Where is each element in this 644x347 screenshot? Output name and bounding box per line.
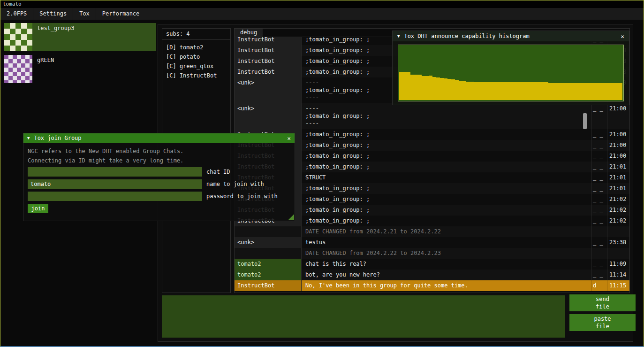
- subs-member-list: [D] tomato2[C] potato[C] green_qtox[C] I…: [162, 40, 230, 83]
- message-row[interactable]: tomato2bot, are you new here?_ _11:14: [235, 270, 629, 280]
- histogram-bar: [474, 82, 477, 100]
- message-text: chat is this real?: [302, 259, 591, 270]
- collapse-arrow-icon[interactable]: ▼: [397, 34, 400, 39]
- subs-member[interactable]: [C] InstructBot: [166, 71, 227, 80]
- join-name-field[interactable]: [28, 179, 202, 189]
- message-text: testus: [302, 237, 591, 248]
- join-button[interactable]: join: [28, 204, 48, 213]
- collapse-arrow-icon[interactable]: ▼: [27, 136, 30, 140]
- group-item[interactable]: gREEN: [4, 55, 156, 83]
- histogram-bar: [481, 82, 485, 100]
- resize-grip[interactable]: [288, 214, 294, 220]
- message-time: 21:01: [607, 162, 629, 172]
- histogram-bar: [559, 83, 563, 100]
- message-text: ;tomato_in_group: ;: [302, 151, 591, 162]
- message-status: _ _: [591, 129, 607, 140]
- histogram-bar: [545, 82, 548, 100]
- histogram-bar: [608, 83, 612, 100]
- join-group-titlebar[interactable]: ▼ Tox join Group ×: [23, 133, 295, 143]
- message-text: ;tomato_in_group: ;: [302, 140, 591, 151]
- tab-debug[interactable]: debug: [235, 29, 263, 37]
- message-status: _ _: [591, 270, 607, 280]
- histogram-bar: [403, 72, 407, 100]
- window-title: tomato: [3, 1, 22, 7]
- group-name: gREEN: [32, 55, 59, 83]
- join-info-line-2: Connecting via ID might take a very long…: [28, 156, 290, 165]
- subs-header: subs: 4: [162, 29, 230, 40]
- join-group-window: ▼ Tox join Group × NGC refers to the New…: [23, 133, 295, 221]
- date-row[interactable]: DATE CHANGED from 2024.2.21 to 2024.2.22: [235, 226, 629, 237]
- message-row[interactable]: InstructBotNo, I've been in this group f…: [235, 280, 629, 291]
- histogram-bar: [619, 83, 622, 100]
- message-text: ;tomato_in_group: ;: [302, 216, 591, 226]
- app-window: tomato 2.0FPS Settings Tox Performance t…: [0, 0, 644, 347]
- message-time: 21:01: [607, 172, 629, 183]
- subs-member[interactable]: [C] green_qtox: [166, 62, 227, 71]
- sender-name: InstructBot: [235, 37, 302, 45]
- message-row[interactable]: <unk>---- ;tomato_in_group: ; ----_ _21:…: [235, 103, 629, 129]
- sender-name: <unk>: [235, 237, 302, 248]
- chat-id-field[interactable]: [28, 167, 202, 177]
- histogram-bar: [526, 82, 530, 100]
- send-file-label-line2: file: [596, 303, 609, 310]
- histogram-bar: [496, 82, 500, 100]
- subs-member[interactable]: [C] potato: [166, 52, 227, 62]
- message-time: 21:02: [607, 194, 629, 205]
- histogram-bar: [574, 83, 578, 100]
- join-group-body: NGC refers to the New DHT enabled Group …: [23, 143, 295, 217]
- message-status: [591, 248, 607, 259]
- sender-name: <unk>: [235, 103, 302, 129]
- join-info-line-1: NGC refers to the New DHT enabled Group …: [28, 147, 290, 156]
- close-icon[interactable]: ×: [287, 135, 291, 142]
- group-item[interactable]: test_group3: [4, 23, 156, 51]
- message-status: _ _: [591, 103, 607, 129]
- histogram-bar: [570, 83, 574, 100]
- paste-file-button[interactable]: paste file: [569, 314, 636, 331]
- histogram-bar: [611, 83, 615, 100]
- dht-histogram-title: Tox DHT announce capability histogram: [404, 33, 529, 39]
- menubar: 2.0FPS Settings Tox Performance: [0, 8, 644, 20]
- message-text: DATE CHANGED from 2024.2.22 to 2024.2.23: [302, 248, 591, 259]
- fps-indicator: 2.0FPS: [0, 8, 33, 20]
- message-status: _ _: [591, 172, 607, 183]
- message-status: _ _: [591, 151, 607, 162]
- histogram-bar: [582, 83, 585, 100]
- join-name-label: name to join with: [206, 181, 264, 187]
- send-file-button[interactable]: send file: [569, 294, 636, 311]
- sender-name: InstructBot: [235, 45, 302, 56]
- menu-item-performance[interactable]: Performance: [96, 8, 145, 20]
- menu-item-settings[interactable]: Settings: [33, 8, 73, 20]
- message-status: [591, 226, 607, 237]
- paste-file-label-line1: paste: [594, 315, 611, 323]
- join-group-title: Tox join Group: [34, 135, 81, 141]
- message-text: ;tomato_in_group: ;: [302, 205, 591, 216]
- histogram-bar: [399, 72, 403, 100]
- histogram-bar: [485, 82, 489, 100]
- histogram-bar: [466, 82, 470, 100]
- histogram-bar: [597, 83, 600, 100]
- sender-name: <unk>: [235, 77, 302, 103]
- chat-scrollbar-thumb[interactable]: [583, 113, 587, 129]
- histogram-bar: [533, 82, 537, 100]
- subs-member[interactable]: [D] tomato2: [166, 43, 227, 52]
- message-text: bot, are you new here?: [302, 270, 591, 280]
- date-row[interactable]: DATE CHANGED from 2024.2.22 to 2024.2.23: [235, 248, 629, 259]
- join-password-label: password to join with: [206, 193, 278, 200]
- dht-histogram-titlebar[interactable]: ▼ Tox DHT announce capability histogram …: [393, 31, 629, 41]
- message-time: 21:00: [607, 151, 629, 162]
- close-icon[interactable]: ×: [621, 33, 624, 40]
- message-row[interactable]: <unk>testus_ _23:38: [235, 237, 629, 248]
- message-status: d: [591, 280, 607, 291]
- histogram-bar: [418, 75, 422, 100]
- sender-name: InstructBot: [235, 280, 302, 291]
- message-status: _ _: [591, 205, 607, 216]
- group-avatar-icon: [4, 23, 32, 51]
- message-row[interactable]: tomato2chat is this real?_ _11:09: [235, 259, 629, 270]
- paste-file-label-line2: file: [596, 323, 609, 330]
- histogram-bar: [422, 76, 425, 100]
- window-titlebar[interactable]: tomato: [0, 0, 644, 8]
- join-password-field[interactable]: [28, 192, 202, 201]
- dht-histogram-body: [393, 41, 629, 105]
- message-input[interactable]: [162, 295, 565, 338]
- menu-item-tox[interactable]: Tox: [73, 8, 96, 20]
